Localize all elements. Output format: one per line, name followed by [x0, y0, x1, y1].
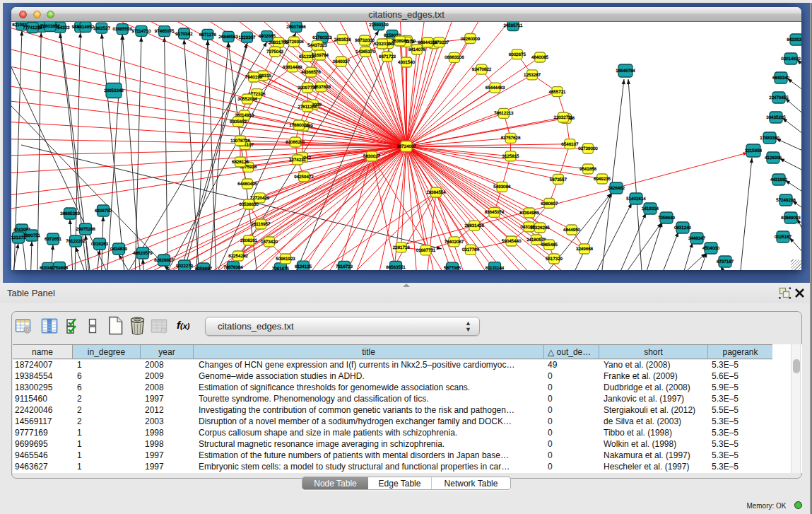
svg-text:3249668: 3249668: [576, 247, 594, 252]
svg-text:28831436: 28831436: [464, 223, 484, 228]
svg-text:81131144: 81131144: [486, 266, 505, 270]
svg-text:76402067: 76402067: [445, 240, 464, 245]
svg-text:93729306: 93729306: [284, 40, 304, 45]
svg-text:97465075: 97465075: [155, 29, 175, 34]
svg-text:7316723: 7316723: [336, 264, 353, 269]
svg-text:02739000: 02739000: [578, 146, 598, 151]
svg-text:09260309: 09260309: [461, 37, 481, 42]
svg-text:7261675: 7261675: [272, 267, 290, 270]
svg-text:8737167: 8737167: [717, 259, 734, 264]
svg-text:6849340: 6849340: [772, 76, 790, 81]
svg-text:9541858: 9541858: [579, 167, 597, 172]
svg-text:49366578: 49366578: [301, 70, 321, 75]
svg-text:28907866: 28907866: [286, 25, 306, 30]
svg-text:4301540: 4301540: [398, 60, 416, 65]
svg-text:6671276: 6671276: [199, 33, 217, 37]
svg-text:02014620: 02014620: [781, 57, 801, 62]
svg-text:97114710: 97114710: [131, 29, 151, 34]
svg-text:3274231: 3274231: [289, 158, 307, 163]
svg-text:7058649: 7058649: [658, 216, 676, 221]
svg-text:2426462: 2426462: [608, 186, 625, 191]
svg-text:16648784: 16648784: [616, 69, 635, 74]
svg-text:14365370: 14365370: [355, 49, 375, 54]
svg-text:5517329: 5517329: [546, 257, 563, 262]
svg-text:87394983: 87394983: [519, 211, 539, 216]
svg-text:26846563: 26846563: [218, 35, 238, 40]
svg-text:2638986: 2638986: [392, 39, 409, 44]
svg-text:0317764: 0317764: [462, 247, 480, 252]
svg-text:50326245: 50326245: [530, 226, 550, 230]
svg-text:54437323: 54437323: [307, 43, 327, 48]
svg-text:8414852: 8414852: [77, 25, 95, 30]
svg-text:1759898: 1759898: [51, 266, 69, 271]
svg-text:18724007: 18724007: [396, 144, 416, 149]
svg-text:5830027: 5830027: [363, 154, 381, 159]
svg-text:0640037: 0640037: [333, 59, 351, 64]
svg-text:84335326: 84335326: [787, 37, 801, 42]
svg-text:5873557: 5873557: [550, 177, 567, 182]
svg-text:6546107: 6546107: [561, 142, 579, 147]
svg-text:22470455: 22470455: [769, 95, 789, 100]
svg-text:8058887: 8058887: [195, 267, 213, 270]
svg-text:1673420: 1673420: [261, 240, 278, 245]
svg-text:20053346: 20053346: [104, 88, 124, 93]
svg-text:3448347: 3448347: [688, 236, 706, 241]
svg-text:8414078: 8414078: [408, 47, 426, 52]
svg-text:6232010: 6232010: [374, 42, 392, 47]
svg-text:2281718: 2281718: [393, 245, 411, 250]
svg-text:77741215: 77741215: [23, 25, 42, 30]
svg-text:72803852: 72803852: [40, 24, 60, 29]
svg-text:9170342: 9170342: [175, 32, 193, 37]
svg-text:4844950: 4844950: [563, 228, 581, 233]
svg-text:6338750: 6338750: [95, 209, 112, 214]
svg-text:29975288: 29975288: [76, 227, 95, 232]
svg-text:76122202: 76122202: [66, 239, 86, 244]
svg-text:61760313: 61760313: [312, 35, 332, 40]
svg-text:6134125: 6134125: [295, 264, 312, 269]
svg-text:1223307: 1223307: [238, 35, 256, 40]
svg-text:9305652: 9305652: [230, 119, 247, 124]
svg-text:0434839: 0434839: [110, 247, 128, 252]
svg-text:6002675: 6002675: [509, 52, 526, 57]
svg-text:50961923: 50961923: [276, 257, 295, 262]
svg-text:1862527: 1862527: [93, 26, 111, 31]
svg-text:4865465: 4865465: [541, 243, 558, 247]
svg-text:5493066: 5493066: [493, 185, 511, 189]
svg-text:65444463: 65444463: [486, 86, 505, 90]
svg-text:4431982: 4431982: [770, 177, 788, 182]
svg-text:22032711: 22032711: [553, 115, 573, 120]
svg-text:19384554: 19384554: [426, 190, 446, 195]
svg-text:1419314: 1419314: [642, 206, 659, 211]
svg-text:4126906: 4126906: [765, 156, 782, 160]
svg-text:30435205: 30435205: [766, 115, 786, 120]
svg-text:06883106: 06883106: [445, 55, 464, 60]
svg-text:59045440: 59045440: [502, 239, 522, 244]
svg-text:6949235: 6949235: [594, 177, 611, 182]
svg-text:2008261: 2008261: [240, 238, 258, 243]
svg-text:6372651: 6372651: [45, 237, 62, 242]
svg-text:60536630: 60536630: [239, 202, 259, 207]
svg-text:81086201: 81086201: [286, 140, 305, 145]
svg-text:1253287: 1253287: [524, 73, 541, 78]
svg-text:7940199: 7940199: [245, 75, 263, 80]
svg-text:83757628: 83757628: [501, 136, 521, 141]
svg-text:57249208: 57249208: [776, 198, 796, 203]
svg-text:86844318: 86844318: [418, 40, 437, 45]
svg-text:01687731: 01687731: [416, 248, 436, 253]
svg-text:2493516: 2493516: [334, 37, 352, 42]
svg-text:78878384: 78878384: [223, 265, 243, 270]
svg-text:6828126: 6828126: [232, 160, 249, 165]
svg-text:13078716: 13078716: [230, 139, 250, 144]
svg-text:6671723: 6671723: [379, 54, 396, 59]
svg-text:7375043: 7375043: [266, 49, 284, 54]
svg-text:98732000: 98732000: [355, 38, 375, 43]
svg-text:78612213: 78612213: [494, 111, 514, 116]
svg-text:64460495: 64460495: [237, 182, 257, 187]
svg-text:21590109: 21590109: [369, 23, 389, 28]
svg-text:83645074: 83645074: [485, 210, 505, 215]
svg-text:5169784: 5169784: [312, 53, 329, 58]
svg-text:4504000: 4504000: [702, 246, 720, 251]
svg-text:20097737: 20097737: [298, 86, 317, 90]
svg-text:01895559: 01895559: [112, 27, 132, 32]
svg-text:82254282: 82254282: [228, 254, 248, 259]
